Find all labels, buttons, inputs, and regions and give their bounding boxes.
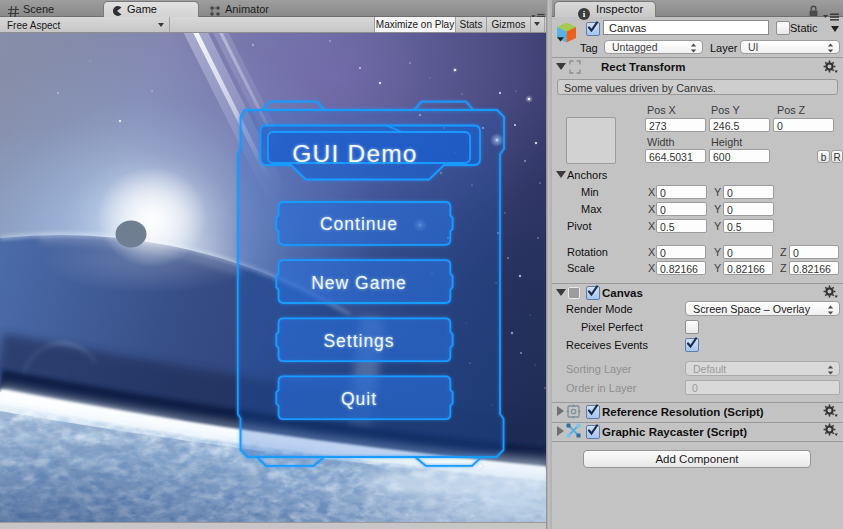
svg-text:Quit: Quit [341, 389, 377, 409]
svg-text:GUI Demo: GUI Demo [292, 140, 417, 167]
svg-text:Continue: Continue [320, 214, 398, 234]
svg-text:Settings: Settings [323, 331, 394, 351]
svg-text:New Game: New Game [311, 273, 407, 293]
